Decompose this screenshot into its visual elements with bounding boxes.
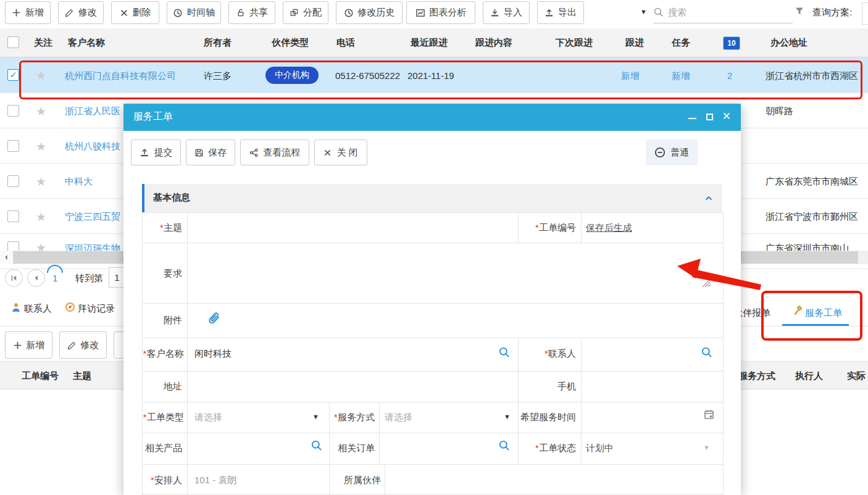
search-input[interactable]: 搜索 <box>668 7 686 19</box>
order-search-icon[interactable] <box>498 439 510 451</box>
customer-link[interactable]: 中科大 <box>65 176 93 188</box>
col-office-address[interactable]: 办公地址 <box>770 37 807 49</box>
chevron-up-icon[interactable] <box>704 193 714 203</box>
order-no-value: 保存后生成 <box>586 222 632 234</box>
col-owner[interactable]: 所有者 <box>204 37 232 49</box>
copy-squares-icon <box>290 8 299 17</box>
owner-cell: 许三多 <box>204 70 232 82</box>
customer-search-icon[interactable] <box>498 346 510 358</box>
row-checkbox[interactable] <box>7 210 19 222</box>
table-row[interactable]: ✓ ★ 杭州西门点自科技有限公司 许三多 中介机构 0512-67505222 … <box>0 57 868 93</box>
x-icon <box>120 9 128 17</box>
requirement-textarea[interactable] <box>188 243 722 302</box>
close-icon[interactable]: ✕ <box>722 110 731 123</box>
col-recent-follow[interactable]: 最近跟进 <box>411 37 448 49</box>
col-service-method[interactable]: 服务方式 <box>738 370 775 382</box>
priority-button[interactable]: 普通 <box>646 139 698 165</box>
col-customer[interactable]: 客户名称 <box>68 37 105 49</box>
calendar-icon[interactable] <box>703 409 715 420</box>
follow-up-link[interactable]: 新增 <box>621 70 640 82</box>
col-executor[interactable]: 执行人 <box>795 370 823 382</box>
tab-contacts[interactable]: 联系人 <box>24 303 52 315</box>
select-all-checkbox[interactable] <box>7 36 19 48</box>
detail-add-button[interactable]: 新增 <box>5 331 52 359</box>
tab-service-orders[interactable]: 服务工单 <box>805 307 842 319</box>
mobile-label: 手机 <box>520 381 576 393</box>
star-icon[interactable]: ★ <box>36 70 46 81</box>
chart-analysis-button[interactable]: 图表分析 <box>406 1 475 24</box>
col-next-follow[interactable]: 下次跟进 <box>556 37 593 49</box>
caret-down-icon[interactable]: ▼ <box>504 413 511 420</box>
product-search-icon[interactable] <box>311 439 322 451</box>
contact-search-icon[interactable] <box>701 346 712 358</box>
col-partner-type[interactable]: 伙伴类型 <box>272 37 309 49</box>
subject-input[interactable] <box>188 214 517 242</box>
maximize-icon[interactable] <box>706 114 713 120</box>
row-checkbox[interactable] <box>7 140 19 152</box>
submit-button[interactable]: 提交 <box>131 139 181 165</box>
col-follow-content[interactable]: 跟进内容 <box>475 37 512 49</box>
order-status-select[interactable]: 计划中 <box>586 443 614 454</box>
paperclip-icon[interactable] <box>208 311 221 326</box>
search-underline <box>653 23 793 23</box>
col-order-no[interactable]: 工单编号 <box>22 370 59 382</box>
customer-link[interactable]: 宁波三四五贸 <box>65 211 120 223</box>
address-input[interactable] <box>188 372 517 401</box>
first-page-button[interactable] <box>5 269 23 287</box>
star-icon[interactable]: ★ <box>36 141 46 152</box>
row-checkbox[interactable] <box>7 105 19 117</box>
dialog-titlebar[interactable]: 服务工单 ✕ <box>123 104 741 131</box>
current-page-number[interactable]: 1 <box>52 273 57 283</box>
minimize-icon[interactable] <box>688 118 696 119</box>
timeline-button[interactable]: 时间轴 <box>167 1 221 24</box>
service-method-select[interactable]: 请选择 <box>385 412 412 423</box>
query-scheme-input[interactable] <box>862 2 868 25</box>
save-button[interactable]: 保存 <box>186 139 235 165</box>
share-button[interactable]: 共享 <box>228 1 275 24</box>
customer-link[interactable]: 杭州八骏科技 <box>65 141 120 152</box>
count-cell[interactable]: 2 <box>727 70 732 81</box>
add-button[interactable]: 新增 <box>5 1 51 24</box>
view-process-button[interactable]: 查看流程 <box>240 139 309 165</box>
star-icon[interactable]: ★ <box>36 211 46 223</box>
caret-down-icon[interactable]: ▼ <box>312 413 319 420</box>
customer-link[interactable]: 浙江省人民医 <box>65 106 120 117</box>
crm-app: 新增 修改 删除 时间轴 共享 分配 修改历史 图表分析 <box>0 0 868 495</box>
col-follow-up[interactable]: 跟进 <box>625 37 644 49</box>
detail-edit-button[interactable]: 修改 <box>59 331 107 359</box>
scroll-left-arrow-icon[interactable]: ‹ <box>0 251 14 264</box>
order-type-select[interactable]: 请选择 <box>194 412 222 423</box>
dialog-title: 服务工单 <box>133 110 173 123</box>
address-cell: 朝晖路 <box>766 106 793 117</box>
search-type-caret-icon[interactable]: ▼ <box>640 8 647 15</box>
export-button[interactable]: 导出 <box>537 1 584 24</box>
goto-page-input[interactable] <box>109 267 125 288</box>
close-button[interactable]: 关 闭 <box>314 139 367 165</box>
col-phone[interactable]: 电话 <box>336 37 355 49</box>
partner-input[interactable] <box>385 465 722 494</box>
customer-link[interactable]: 杭州西门点自科技有限公司 <box>65 70 176 82</box>
star-icon[interactable]: ★ <box>36 176 46 188</box>
recent-follow-cell: 2021-11-19 <box>407 70 454 81</box>
col-actual[interactable]: 实际 <box>847 370 866 382</box>
tab-visit-records[interactable]: 拜访记录 <box>78 303 115 315</box>
task-link[interactable]: 新增 <box>672 70 690 82</box>
col-follow[interactable]: 关注 <box>34 37 52 49</box>
star-icon[interactable]: ★ <box>36 106 46 117</box>
assign-button[interactable]: 分配 <box>283 1 328 24</box>
prev-page-button[interactable] <box>27 269 45 287</box>
col-subject[interactable]: 主题 <box>73 370 91 382</box>
mobile-input[interactable] <box>582 372 722 401</box>
edit-button[interactable]: 修改 <box>58 1 104 24</box>
history-button[interactable]: 修改历史 <box>336 1 403 24</box>
col-task[interactable]: 任务 <box>672 37 690 49</box>
row-checkbox[interactable] <box>7 175 19 187</box>
import-button[interactable]: 导入 <box>483 1 530 24</box>
caret-down-icon[interactable]: ▼ <box>703 444 710 451</box>
customer-value[interactable]: 闲时科技 <box>194 348 232 360</box>
delete-button[interactable]: 删除 <box>111 1 159 24</box>
row-checkbox[interactable]: ✓ <box>7 69 19 81</box>
funnel-icon[interactable] <box>795 6 804 16</box>
resize-grip-icon[interactable] <box>702 278 711 288</box>
share-nodes-icon <box>249 148 259 157</box>
